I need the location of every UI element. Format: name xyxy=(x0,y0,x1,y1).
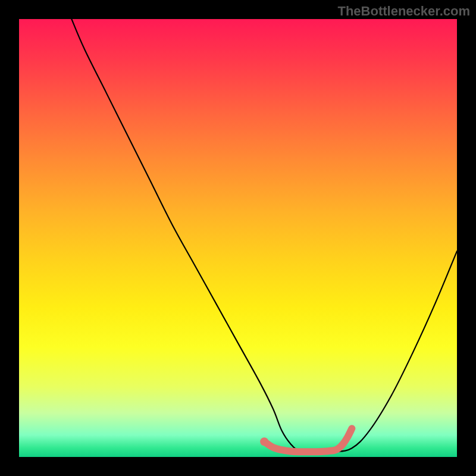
chart-overlay xyxy=(19,19,457,457)
chart-container: TheBottlenecker.com xyxy=(0,0,476,476)
bottleneck-curve xyxy=(71,19,457,452)
current-config-marker xyxy=(260,437,268,446)
attribution-label[interactable]: TheBottlenecker.com xyxy=(337,4,470,19)
plot-area xyxy=(19,19,457,457)
optimal-range-highlight xyxy=(264,428,352,452)
